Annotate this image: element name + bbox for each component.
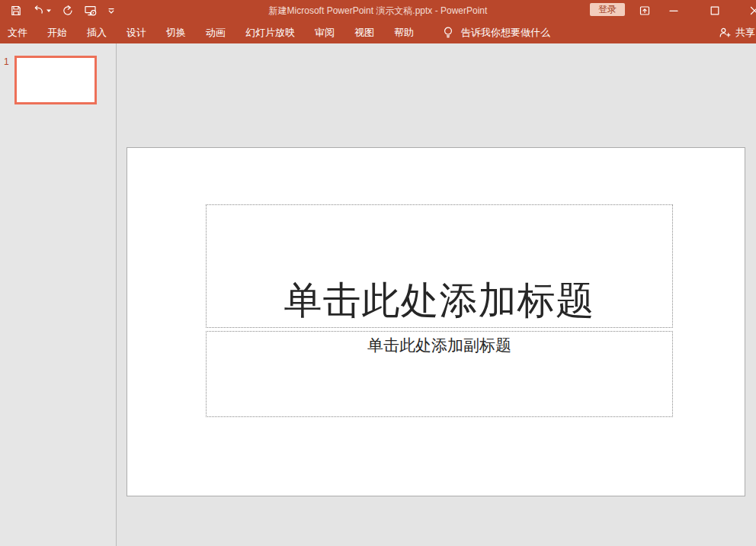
tab-slideshow[interactable]: 幻灯片放映 xyxy=(235,21,305,43)
window-title: 新建Microsoft PowerPoint 演示文稿.pptx - Power… xyxy=(269,0,488,21)
subtitle-placeholder[interactable]: 单击此处添加副标题 xyxy=(206,331,673,417)
tab-view[interactable]: 视图 xyxy=(344,21,384,43)
slide-number: 1 xyxy=(0,56,14,104)
start-slideshow-icon xyxy=(84,5,98,17)
tell-me-label: 告诉我你想要做什么 xyxy=(461,26,550,40)
save-button[interactable] xyxy=(10,5,22,17)
slide-canvas: 单击此处添加标题 单击此处添加副标题 xyxy=(127,147,745,496)
close-icon[interactable] xyxy=(748,5,756,17)
undo-icon xyxy=(32,5,44,17)
tab-help[interactable]: 帮助 xyxy=(384,21,424,43)
undo-button[interactable] xyxy=(32,5,52,17)
quick-access-toolbar xyxy=(10,0,115,21)
slide-thumbnail-panel: 1 xyxy=(0,43,117,546)
tab-transitions[interactable]: 切换 xyxy=(156,21,196,43)
lightbulb-icon xyxy=(442,26,454,39)
slide-editing-workspace: 单击此处添加标题 单击此处添加副标题 xyxy=(117,43,756,546)
powerpoint-window: 新建Microsoft PowerPoint 演示文稿.pptx - Power… xyxy=(0,0,756,546)
share-button[interactable]: 共享 xyxy=(719,26,756,40)
maximize-icon[interactable] xyxy=(709,5,721,17)
titlebar: 新建Microsoft PowerPoint 演示文稿.pptx - Power… xyxy=(0,0,756,21)
tab-design[interactable]: 设计 xyxy=(117,21,156,43)
title-placeholder-text: 单击此处添加标题 xyxy=(284,281,595,327)
subtitle-placeholder-text: 单击此处添加副标题 xyxy=(367,332,511,353)
tab-insert[interactable]: 插入 xyxy=(77,21,117,43)
save-icon xyxy=(10,5,22,17)
undo-dropdown-icon[interactable] xyxy=(46,8,52,13)
redo-button[interactable] xyxy=(62,5,74,17)
share-person-icon xyxy=(719,27,732,39)
slide-1-thumbnail[interactable] xyxy=(14,56,97,104)
slide-thumbnail-row: 1 xyxy=(0,43,116,104)
tab-review[interactable]: 审阅 xyxy=(305,21,344,43)
ribbon-tab-row: 文件 开始 插入 设计 切换 动画 幻灯片放映 审阅 视图 帮助 告诉我你想要做… xyxy=(0,21,756,43)
share-label: 共享 xyxy=(735,26,755,40)
ribbon-display-options-icon[interactable] xyxy=(639,5,651,17)
tab-file[interactable]: 文件 xyxy=(8,21,37,43)
customize-qat-button[interactable] xyxy=(107,7,115,14)
title-placeholder[interactable]: 单击此处添加标题 xyxy=(206,204,673,328)
tab-home[interactable]: 开始 xyxy=(37,21,77,43)
customize-qat-icon xyxy=(107,7,115,14)
tell-me-box[interactable]: 告诉我你想要做什么 xyxy=(442,26,550,40)
start-slideshow-button[interactable] xyxy=(84,5,98,17)
minimize-icon[interactable] xyxy=(668,5,680,17)
tab-animations[interactable]: 动画 xyxy=(196,21,235,43)
redo-icon xyxy=(62,5,74,17)
content-area: 1 单击此处添加标题 单击此处添加副标题 xyxy=(0,43,756,546)
sign-in-button[interactable]: 登录 xyxy=(590,3,625,16)
